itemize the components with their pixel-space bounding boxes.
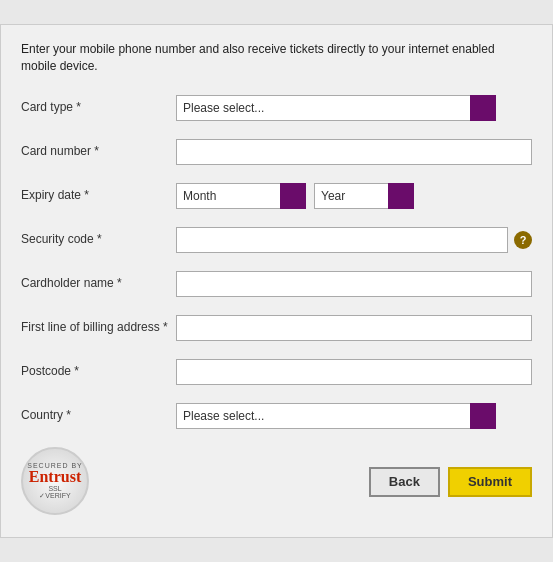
footer-row: SECURED BY Entrust SSL ✓VERIFY Back Subm… xyxy=(21,447,532,517)
postcode-label: Postcode * xyxy=(21,364,176,380)
button-row: Back Submit xyxy=(369,467,532,497)
cardholder-name-input[interactable] xyxy=(176,271,532,297)
payment-form: Enter your mobile phone number and also … xyxy=(0,24,553,538)
month-select[interactable]: Month 010203 040506 070809 101112 xyxy=(176,183,306,209)
postcode-wrap xyxy=(176,359,532,385)
country-select-wrap[interactable]: Please select... United Kingdom United S… xyxy=(176,403,496,429)
security-code-label: Security code * xyxy=(21,232,176,248)
billing-address-wrap xyxy=(176,315,532,341)
card-number-label: Card number * xyxy=(21,144,176,160)
card-type-select[interactable]: Please select... Visa Mastercard America… xyxy=(176,95,496,121)
entrust-ssl: SSL xyxy=(48,485,61,492)
card-number-row: Card number * xyxy=(21,135,532,169)
postcode-input[interactable] xyxy=(176,359,532,385)
card-type-wrap: Please select... Visa Mastercard America… xyxy=(176,95,532,121)
back-button[interactable]: Back xyxy=(369,467,440,497)
entrust-logo-text: Entrust xyxy=(29,469,81,485)
month-select-wrap[interactable]: Month 010203 040506 070809 101112 xyxy=(176,183,306,209)
security-help-icon[interactable]: ? xyxy=(514,231,532,249)
entrust-circle: SECURED BY Entrust SSL ✓VERIFY xyxy=(21,447,89,515)
country-row: Country * Please select... United Kingdo… xyxy=(21,399,532,433)
card-type-select-wrap[interactable]: Please select... Visa Mastercard America… xyxy=(176,95,496,121)
cardholder-name-row: Cardholder name * xyxy=(21,267,532,301)
year-select[interactable]: Year 202420252026 202720282029 2030 xyxy=(314,183,414,209)
expiry-date-wrap: Month 010203 040506 070809 101112 Year 2… xyxy=(176,183,532,209)
entrust-verified: ✓VERIFY xyxy=(39,492,70,500)
card-number-wrap xyxy=(176,139,532,165)
intro-text: Enter your mobile phone number and also … xyxy=(21,41,532,75)
security-code-wrap: ? xyxy=(176,227,532,253)
card-type-row: Card type * Please select... Visa Master… xyxy=(21,91,532,125)
cardholder-name-label: Cardholder name * xyxy=(21,276,176,292)
country-label: Country * xyxy=(21,408,176,424)
card-number-input[interactable] xyxy=(176,139,532,165)
cardholder-name-wrap xyxy=(176,271,532,297)
security-code-row: Security code * ? xyxy=(21,223,532,257)
billing-address-input[interactable] xyxy=(176,315,532,341)
expiry-date-row: Expiry date * Month 010203 040506 070809… xyxy=(21,179,532,213)
country-select[interactable]: Please select... United Kingdom United S… xyxy=(176,403,496,429)
expiry-date-label: Expiry date * xyxy=(21,188,176,204)
year-select-wrap[interactable]: Year 202420252026 202720282029 2030 xyxy=(306,183,414,209)
postcode-row: Postcode * xyxy=(21,355,532,389)
entrust-badge: SECURED BY Entrust SSL ✓VERIFY xyxy=(21,447,91,517)
security-inner-wrap: ? xyxy=(176,227,532,253)
billing-address-row: First line of billing address * xyxy=(21,311,532,345)
card-type-label: Card type * xyxy=(21,100,176,116)
security-code-input[interactable] xyxy=(176,227,508,253)
country-wrap: Please select... United Kingdom United S… xyxy=(176,403,532,429)
submit-button[interactable]: Submit xyxy=(448,467,532,497)
billing-address-label: First line of billing address * xyxy=(21,320,176,336)
